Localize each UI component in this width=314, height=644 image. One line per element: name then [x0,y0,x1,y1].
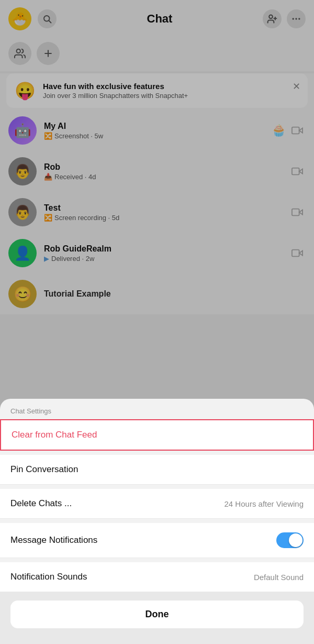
sheet-separator-4 [0,558,314,562]
pin-label: Pin Conversation [10,464,78,475]
clear-label: Clear from Chat Feed [12,430,97,440]
notifications-label: Message Notifications [10,535,97,545]
sheet-separator-1 [0,451,314,455]
bottom-sheet: Chat Settings Clear from Chat Feed Pin C… [0,399,314,644]
sounds-label: Notification Sounds [10,572,87,582]
sheet-item-pin[interactable]: Pin Conversation [0,455,314,485]
sheet-item-clear[interactable]: Clear from Chat Feed [0,419,314,451]
done-button[interactable]: Done [10,601,304,628]
delete-label: Delete Chats ... [10,498,72,509]
sounds-value: Default Sound [254,573,304,582]
sheet-done-section: Done [0,592,314,644]
toggle-knob [289,533,302,547]
sheet-separator-2 [0,485,314,489]
sheet-item-notifications[interactable]: Message Notifications [0,523,314,558]
sheet-separator-3 [0,519,314,523]
notifications-toggle[interactable] [276,532,304,548]
sheet-header-label: Chat Settings [0,399,314,419]
sheet-item-sounds[interactable]: Notification Sounds Default Sound [0,562,314,592]
sheet-item-delete[interactable]: Delete Chats ... 24 Hours after Viewing [0,489,314,519]
delete-value: 24 Hours after Viewing [225,499,304,508]
